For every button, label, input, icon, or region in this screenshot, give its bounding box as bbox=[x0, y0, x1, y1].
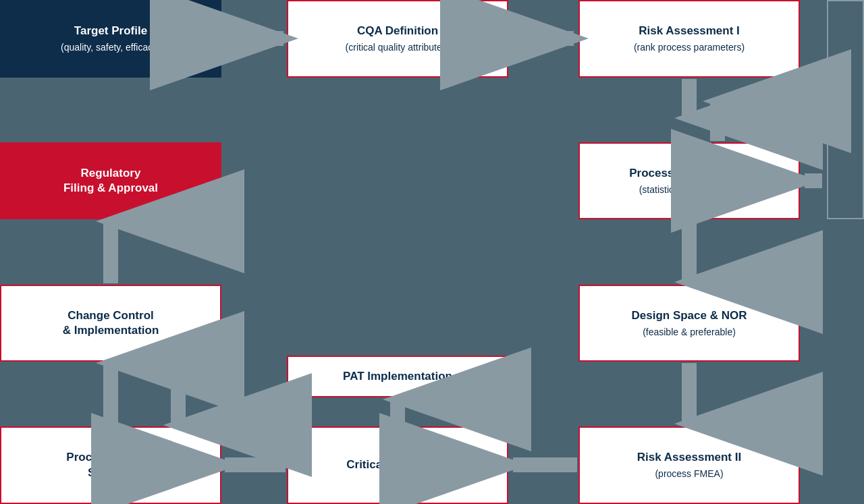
risk-assessment-2-title: Risk Assessment II bbox=[637, 450, 741, 465]
pat-strategy-bar: PAT Strategy bbox=[827, 0, 864, 219]
process-development-box: Process Development (statistical, mechan… bbox=[578, 142, 800, 219]
regulatory-filing-title: Regulatory Filing & Approval bbox=[63, 166, 158, 196]
pat-implementation-box: PAT Implementation bbox=[287, 356, 508, 397]
risk-assessment-1-box: Risk Assessment I (rank process paramete… bbox=[578, 0, 800, 78]
cqa-definition-box: CQA Definition (critical quality attribu… bbox=[287, 0, 508, 78]
target-profile-box: Target Profile (quality, safety, efficac… bbox=[0, 0, 221, 78]
risk-assessment-2-box: Risk Assessment II (process FMEA) bbox=[578, 426, 800, 504]
pat-implementation-title: PAT Implementation bbox=[343, 369, 452, 384]
criticality-analysis-title: Criticality Analysis bbox=[346, 457, 449, 472]
regulatory-filing-box: Regulatory Filing & Approval bbox=[0, 142, 221, 219]
pat-strategy-label: PAT Strategy bbox=[840, 72, 852, 146]
design-space-title: Design Space & NOR bbox=[632, 308, 747, 323]
risk-assessment-1-title: Risk Assessment I bbox=[639, 24, 740, 38]
risk-assessment-1-subtitle: (rank process parameters) bbox=[634, 41, 745, 53]
process-development-subtitle: (statistical, mechanistic) bbox=[639, 184, 740, 196]
target-profile-subtitle: (quality, safety, efficacy) bbox=[61, 41, 161, 53]
process-control-box: Process Control Strategy bbox=[0, 426, 221, 504]
process-control-title: Process Control Strategy bbox=[66, 450, 155, 480]
criticality-analysis-box: Criticality Analysis bbox=[287, 426, 508, 504]
change-control-title: Change Control & Implementation bbox=[63, 308, 159, 338]
cqa-definition-title: CQA Definition bbox=[357, 24, 438, 38]
process-development-title: Process Development bbox=[629, 166, 749, 181]
cqa-definition-subtitle: (critical quality attributes) bbox=[346, 41, 450, 53]
target-profile-title: Target Profile bbox=[74, 24, 147, 38]
risk-assessment-2-subtitle: (process FMEA) bbox=[655, 468, 723, 480]
design-space-subtitle: (feasible & preferable) bbox=[643, 326, 736, 338]
change-control-box: Change Control & Implementation bbox=[0, 285, 221, 362]
design-space-box: Design Space & NOR (feasible & preferabl… bbox=[578, 285, 800, 362]
